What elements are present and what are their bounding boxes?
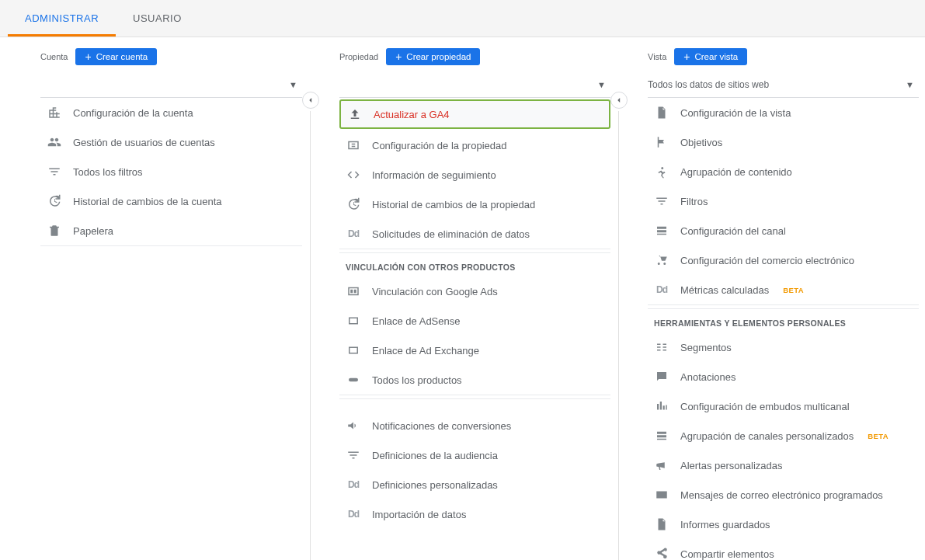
menu-item[interactable]: Enlace de AdSense: [339, 306, 610, 336]
menu-item[interactable]: Configuración de la cuenta: [40, 98, 302, 127]
menu-item[interactable]: Gestión de usuarios de cuentas: [40, 127, 302, 157]
view-menu: Configuración de la vistaObjetivosAgrupa…: [648, 98, 919, 305]
menu-item[interactable]: Información de seguimiento: [339, 160, 610, 190]
menu-item[interactable]: Historial de cambios de la cuenta: [40, 186, 302, 216]
create-property-label: Crear propiedad: [406, 52, 471, 61]
menu-item-label: Notificaciones de conversiones: [372, 420, 511, 432]
share-icon: [654, 547, 669, 560]
menu-item[interactable]: Filtros: [648, 186, 919, 216]
menu-item[interactable]: Mensajes de correo electrónico programad…: [648, 480, 919, 510]
bars-icon: [654, 399, 669, 413]
channels-icon: [654, 429, 669, 443]
filter-icon: [346, 448, 361, 462]
property-title: Propiedad: [339, 52, 378, 61]
divider: [339, 398, 610, 411]
upload-icon: [347, 107, 363, 121]
menu-item-label: Enlace de AdSense: [372, 315, 460, 327]
beta-badge: BETA: [868, 432, 888, 440]
property-section-other: Notificaciones de conversionesDefinicion…: [339, 411, 610, 529]
mail-icon: [654, 488, 669, 502]
menu-item[interactable]: Agrupación de canales personalizadosBETA: [648, 421, 919, 450]
menu-item[interactable]: Segmentos: [648, 332, 919, 362]
plus-icon: +: [395, 51, 402, 62]
menu-item-label: Informes guardados: [680, 519, 770, 530]
menu-item-label: Métricas calculadas: [680, 284, 769, 296]
tab-admin[interactable]: ADMINISTRAR: [8, 0, 116, 37]
menu-item[interactable]: DdMétricas calculadasBETA: [648, 275, 919, 304]
create-property-button[interactable]: + Crear propiedad: [386, 48, 480, 65]
menu-item[interactable]: Agrupación de contenido: [648, 157, 919, 186]
property-section-products-title: VINCULACIÓN CON OTROS PRODUCTOS: [339, 252, 610, 277]
menu-item-label: Configuración de la cuenta: [73, 107, 193, 119]
menu-item[interactable]: Alertas personalizadas: [648, 450, 919, 480]
menu-item-label: Vinculación con Google Ads: [372, 286, 498, 297]
property-selector[interactable]: ▼: [339, 71, 610, 98]
menu-item[interactable]: Notificaciones de conversiones: [339, 411, 610, 440]
create-view-label: Crear vista: [694, 52, 738, 61]
menu-item-label: Historial de cambios de la cuenta: [73, 196, 222, 207]
megaphone-icon: [346, 419, 361, 433]
collapse-property-button[interactable]: [302, 92, 319, 109]
menu-item[interactable]: Todos los productos: [339, 365, 610, 395]
menu-item[interactable]: Configuración de la propiedad: [339, 130, 610, 160]
doc-icon: [654, 517, 669, 531]
menu-item[interactable]: Actualizar a GA4: [339, 99, 610, 129]
box-icon: [346, 314, 361, 328]
flag-icon: [654, 135, 669, 149]
menu-item[interactable]: Papelera: [40, 216, 302, 245]
menu-item[interactable]: Objetivos: [648, 127, 919, 157]
view-section-personal-title: HERRAMIENTAS Y ELEMENTOS PERSONALES: [648, 308, 919, 332]
top-tabs: ADMINISTRAR USUARIO: [0, 0, 925, 37]
column-property: Propiedad + Crear propiedad ▼ Actualizar…: [308, 45, 617, 560]
box-icon: [346, 343, 361, 357]
menu-item[interactable]: Compartir elementos: [648, 539, 919, 560]
channels-icon: [654, 224, 669, 238]
menu-item[interactable]: Todos los filtros: [40, 157, 302, 186]
create-account-button[interactable]: + Crear cuenta: [75, 48, 157, 65]
caret-down-icon: ▼: [289, 80, 297, 89]
tab-user[interactable]: USUARIO: [116, 0, 199, 37]
settings-box-icon: [346, 138, 361, 152]
doc-icon: [654, 106, 669, 120]
menu-item-label: Configuración del canal: [680, 225, 786, 237]
menu-item[interactable]: Vinculación con Google Ads: [339, 277, 610, 306]
plus-icon: +: [683, 51, 690, 62]
menu-item-label: Importación de datos: [372, 509, 466, 520]
menu-item-label: Actualizar a GA4: [374, 109, 450, 120]
menu-item[interactable]: Configuración de la vista: [648, 98, 919, 127]
menu-item-label: Enlace de Ad Exchange: [372, 345, 479, 357]
menu-item-label: Gestión de usuarios de cuentas: [73, 137, 215, 148]
menu-item[interactable]: Configuración del canal: [648, 216, 919, 245]
menu-item[interactable]: Anotaciones: [648, 362, 919, 391]
menu-item-label: Anotaciones: [680, 371, 736, 383]
account-title: Cuenta: [40, 52, 68, 61]
menu-item[interactable]: Configuración de embudos multicanal: [648, 391, 919, 421]
menu-item-label: Todos los productos: [372, 374, 462, 386]
dd-icon: Dd: [346, 509, 361, 520]
menu-item-label: Configuración de embudos multicanal: [680, 401, 850, 412]
menu-item-label: Historial de cambios de la propiedad: [372, 199, 535, 210]
account-selector[interactable]: ▼: [40, 71, 302, 98]
create-account-label: Crear cuenta: [96, 52, 148, 61]
collapse-view-button[interactable]: [610, 92, 628, 109]
menu-item-label: Información de seguimiento: [372, 169, 496, 181]
menu-item-label: Todos los filtros: [73, 166, 143, 178]
menu-item[interactable]: Definiciones de la audiencia: [339, 440, 610, 470]
filter-icon: [654, 194, 669, 208]
menu-item[interactable]: DdSolicitudes de eliminación de datos: [339, 219, 610, 249]
create-view-button[interactable]: + Crear vista: [674, 48, 747, 65]
menu-item[interactable]: Enlace de Ad Exchange: [339, 336, 610, 365]
view-section-personal: SegmentosAnotacionesConfiguración de emb…: [648, 332, 919, 560]
column-account: Cuenta + Crear cuenta ▼ Configuración de…: [0, 45, 308, 560]
menu-item-label: Agrupación de canales personalizados: [680, 430, 854, 442]
view-selector[interactable]: Todos los datos de sitios web ▼: [648, 71, 919, 98]
view-title: Vista: [648, 52, 666, 61]
menu-item[interactable]: DdImportación de datos: [339, 499, 610, 529]
menu-item[interactable]: Informes guardados: [648, 510, 919, 539]
person-run-icon: [654, 165, 669, 179]
dd-icon: Dd: [346, 228, 361, 239]
menu-item[interactable]: DdDefiniciones personalizadas: [339, 470, 610, 499]
menu-item[interactable]: Configuración del comercio electrónico: [648, 245, 919, 275]
menu-item[interactable]: Historial de cambios de la propiedad: [339, 190, 610, 219]
menu-item-label: Mensajes de correo electrónico programad…: [680, 489, 883, 501]
